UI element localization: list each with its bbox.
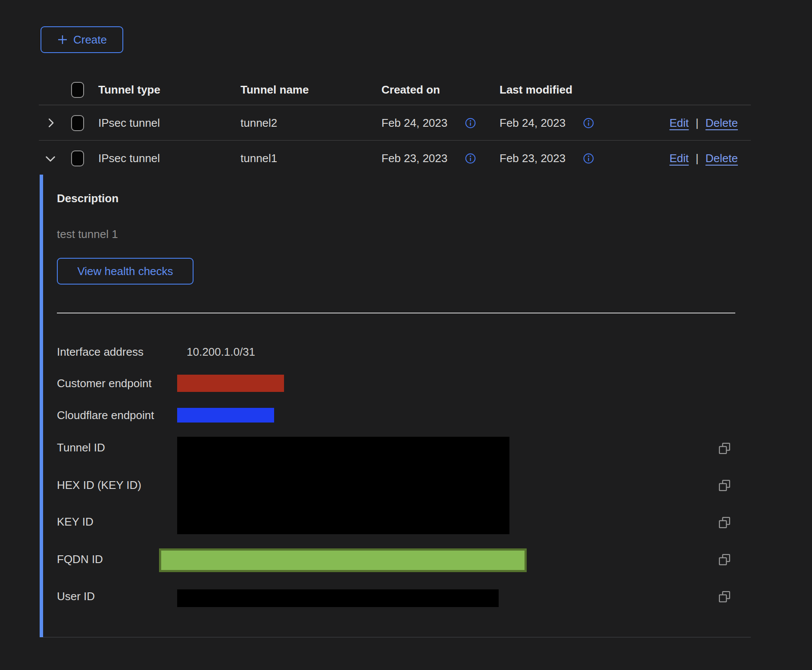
table-bottom-border <box>43 637 751 638</box>
key-id-label: KEY ID <box>57 515 94 528</box>
actions-separator: | <box>696 152 699 165</box>
chevron-down-icon <box>43 152 58 166</box>
cloudflare-endpoint-redacted-value <box>177 408 274 423</box>
copy-key-id-button[interactable] <box>718 516 731 529</box>
detail-divider <box>57 313 735 313</box>
edit-link[interactable]: Edit <box>669 152 689 165</box>
view-health-checks-label: View health checks <box>77 265 173 278</box>
created-on-info-icon[interactable] <box>465 117 476 129</box>
create-button-label: Create <box>73 33 107 47</box>
row-actions: Edit | Delete <box>669 116 738 129</box>
copy-user-id-button[interactable] <box>718 590 731 603</box>
last-modified-cell: Feb 23, 2023 <box>500 152 565 165</box>
interface-address-label: Interface address <box>57 345 144 358</box>
copy-icon <box>718 516 731 529</box>
column-header-tunnel-type: Tunnel type <box>98 83 160 96</box>
copy-icon <box>718 590 731 603</box>
header-divider <box>39 105 751 105</box>
last-modified-cell: Feb 24, 2023 <box>500 116 565 129</box>
row-checkbox[interactable] <box>71 115 84 131</box>
created-on-cell: Feb 23, 2023 <box>381 152 447 165</box>
view-health-checks-button[interactable]: View health checks <box>57 258 194 285</box>
tunnel-name-cell: tunnel2 <box>240 116 277 129</box>
ids-redacted-block <box>177 437 509 534</box>
plus-icon <box>57 34 68 45</box>
delete-link[interactable]: Delete <box>706 152 738 165</box>
row-actions: Edit | Delete <box>669 152 738 165</box>
fqdn-id-redacted-value <box>159 548 527 572</box>
collapse-row-button[interactable] <box>43 152 58 166</box>
copy-hex-id-button[interactable] <box>718 479 731 492</box>
chevron-right-icon <box>44 116 57 130</box>
row-divider <box>39 140 751 141</box>
expanded-panel-accent-border <box>40 175 43 637</box>
column-header-created-on: Created on <box>381 83 440 96</box>
cloudflare-endpoint-label: Cloudflare endpoint <box>57 409 154 422</box>
copy-icon <box>718 442 731 455</box>
created-on-info-icon[interactable] <box>465 153 476 164</box>
interface-address-value: 10.200.1.0/31 <box>187 345 255 358</box>
copy-icon <box>718 553 731 566</box>
delete-link[interactable]: Delete <box>706 116 738 129</box>
hex-id-label: HEX ID (KEY ID) <box>57 479 141 492</box>
expand-row-button[interactable] <box>44 116 57 130</box>
created-on-cell: Feb 24, 2023 <box>381 116 447 129</box>
column-header-tunnel-name: Tunnel name <box>240 83 309 96</box>
tunnel-name-cell: tunnel1 <box>240 152 277 165</box>
description-text: test tunnel 1 <box>57 228 118 241</box>
description-heading: Description <box>57 192 119 205</box>
customer-endpoint-redacted-value <box>177 375 284 392</box>
copy-icon <box>718 479 731 492</box>
tunnel-type-cell: IPsec tunnel <box>98 152 160 165</box>
fqdn-id-label: FQDN ID <box>57 553 103 566</box>
user-id-redacted-value <box>177 589 499 607</box>
tunnel-id-label: Tunnel ID <box>57 441 105 454</box>
last-modified-info-icon[interactable] <box>583 117 594 129</box>
edit-link[interactable]: Edit <box>669 116 689 129</box>
user-id-label: User ID <box>57 590 95 603</box>
actions-separator: | <box>696 116 699 129</box>
select-all-checkbox[interactable] <box>71 82 84 98</box>
customer-endpoint-label: Customer endpoint <box>57 377 152 390</box>
last-modified-info-icon[interactable] <box>583 153 594 164</box>
tunnels-page: Create Tunnel type Tunnel name Created o… <box>0 0 812 670</box>
copy-fqdn-id-button[interactable] <box>718 553 731 566</box>
row-checkbox[interactable] <box>71 150 84 166</box>
column-header-last-modified: Last modified <box>500 83 572 96</box>
copy-tunnel-id-button[interactable] <box>718 442 731 455</box>
tunnel-type-cell: IPsec tunnel <box>98 116 160 129</box>
create-button[interactable]: Create <box>41 26 123 53</box>
